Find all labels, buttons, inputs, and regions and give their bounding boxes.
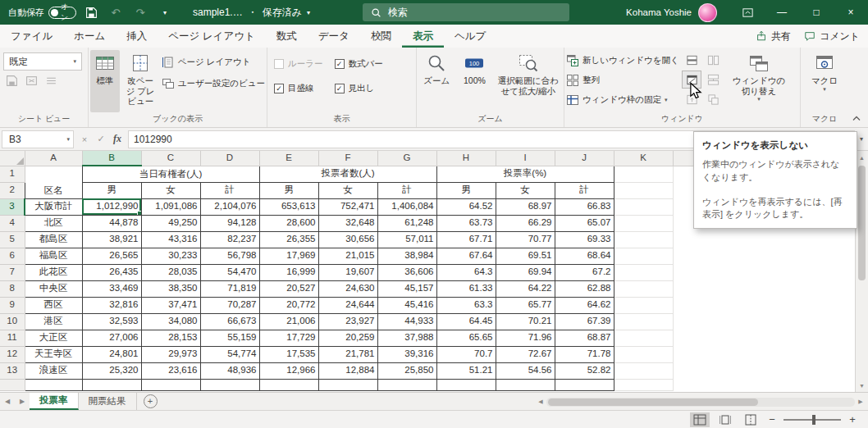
cell-G14[interactable] xyxy=(377,379,436,390)
status-normal-view-button[interactable] xyxy=(690,412,710,427)
zoom-button[interactable]: ズーム xyxy=(418,50,455,112)
cell-F13[interactable]: 12,884 xyxy=(318,362,377,379)
page-layout-view-button[interactable]: ページ レイアウト xyxy=(162,53,265,71)
cell-I12[interactable]: 72.67 xyxy=(496,346,555,362)
cell-D14[interactable] xyxy=(200,379,259,390)
ribbon-tab-ホーム[interactable]: ホーム xyxy=(63,25,116,48)
sheet-view-options-icon[interactable] xyxy=(45,75,58,88)
cell-K4[interactable] xyxy=(614,215,673,231)
cell-A13[interactable]: 浪速区 xyxy=(25,362,82,379)
maximize-button[interactable]: □ xyxy=(799,0,834,25)
sheet-nav-left-button[interactable]: ◀ xyxy=(0,393,15,410)
cell-I9[interactable]: 65.77 xyxy=(496,297,555,313)
cell-G2[interactable]: 計 xyxy=(377,182,436,198)
row-header-7[interactable]: 7 xyxy=(0,264,25,280)
cell-F12[interactable]: 21,781 xyxy=(318,346,377,362)
cell-E5[interactable]: 26,355 xyxy=(259,231,318,248)
user-name[interactable]: Kohama Yoshie xyxy=(626,7,692,17)
ribbon-tab-ファイル[interactable]: ファイル xyxy=(0,25,63,48)
cell-B5[interactable]: 38,921 xyxy=(82,231,141,248)
cell-C4[interactable]: 49,250 xyxy=(141,215,200,231)
cell-D3[interactable]: 2,104,076 xyxy=(200,198,259,215)
cell-C11[interactable]: 28,153 xyxy=(141,330,200,346)
column-header-D[interactable]: D xyxy=(200,151,259,166)
row-header-9[interactable]: 9 xyxy=(0,297,25,313)
cell-A12[interactable]: 天王寺区 xyxy=(25,346,82,362)
cell-B10[interactable]: 32,593 xyxy=(82,313,141,330)
cell-J9[interactable]: 64.62 xyxy=(555,297,614,313)
cell-E2[interactable]: 男 xyxy=(259,182,318,198)
cell-I8[interactable]: 64.22 xyxy=(496,280,555,297)
cell-G6[interactable]: 38,984 xyxy=(377,248,436,264)
cell-E1[interactable]: 投票者数(人) xyxy=(259,166,436,182)
column-header-H[interactable]: H xyxy=(436,151,496,166)
checkbox-headings[interactable]: ✓見出し xyxy=(335,81,383,96)
freeze-panes-button[interactable]: ウィンドウ枠の固定 ▾ xyxy=(566,91,679,109)
column-header-J[interactable]: J xyxy=(555,151,614,166)
ribbon-tab-挿入[interactable]: 挿入 xyxy=(116,25,158,48)
cell-E10[interactable]: 21,006 xyxy=(259,313,318,330)
cell-H3[interactable]: 64.52 xyxy=(436,198,496,215)
cell-F5[interactable]: 30,656 xyxy=(318,231,377,248)
cell-G7[interactable]: 36,606 xyxy=(377,264,436,280)
cell-C10[interactable]: 34,080 xyxy=(141,313,200,330)
cell-D4[interactable]: 94,128 xyxy=(200,215,259,231)
column-header-F[interactable]: F xyxy=(318,151,377,166)
new-sheet-button[interactable]: + xyxy=(144,394,158,408)
zoom-in-button[interactable]: + xyxy=(847,413,858,426)
cell-K7[interactable] xyxy=(614,264,673,280)
synchronous-scrolling-button[interactable] xyxy=(704,71,722,88)
cell-B7[interactable]: 26,435 xyxy=(82,264,141,280)
cell-J11[interactable]: 68.87 xyxy=(555,330,614,346)
cell-A14[interactable] xyxy=(25,379,82,390)
cell-F11[interactable]: 20,259 xyxy=(318,330,377,346)
cell-J8[interactable]: 62.88 xyxy=(555,280,614,297)
cell-E11[interactable]: 17,729 xyxy=(259,330,318,346)
cell-K14[interactable] xyxy=(614,379,673,390)
cell-K12[interactable] xyxy=(614,346,673,362)
cell-F6[interactable]: 21,015 xyxy=(318,248,377,264)
cell-J14[interactable] xyxy=(555,379,614,390)
cell-K1[interactable] xyxy=(614,166,673,182)
cell-G12[interactable]: 39,316 xyxy=(377,346,436,362)
row-header-10[interactable]: 10 xyxy=(0,313,25,330)
column-header-B[interactable]: B xyxy=(82,151,141,166)
cell-C12[interactable]: 29,973 xyxy=(141,346,200,362)
search-box[interactable]: 検索 xyxy=(363,3,569,21)
cell-E13[interactable]: 12,966 xyxy=(259,362,318,379)
hscroll-thumb[interactable] xyxy=(548,398,758,406)
cell-F4[interactable]: 32,648 xyxy=(318,215,377,231)
cell-I7[interactable]: 69.94 xyxy=(496,264,555,280)
cell-F9[interactable]: 24,644 xyxy=(318,297,377,313)
cell-H10[interactable]: 64.45 xyxy=(436,313,496,330)
status-page-layout-button[interactable] xyxy=(715,412,735,427)
qat-customize-button[interactable]: ▾ xyxy=(155,2,175,22)
switch-windows-button[interactable]: ウィンドウの切り替え ▾ xyxy=(725,50,793,112)
zoom-slider[interactable] xyxy=(783,419,841,421)
ribbon-tab-ヘルプ[interactable]: ヘルプ xyxy=(444,25,496,48)
cell-B6[interactable]: 26,565 xyxy=(82,248,141,264)
cell-K13[interactable] xyxy=(614,362,673,379)
cell-G8[interactable]: 45,157 xyxy=(377,280,436,297)
cell-H1[interactable]: 投票率(%) xyxy=(436,166,614,182)
cell-B3[interactable]: 1,012,990 xyxy=(82,198,141,215)
cell-J12[interactable]: 71.78 xyxy=(555,346,614,362)
select-all-button[interactable] xyxy=(0,151,25,166)
minimize-button[interactable]: — xyxy=(765,0,799,25)
cell-E7[interactable]: 16,999 xyxy=(259,264,318,280)
cell-E12[interactable]: 17,535 xyxy=(259,346,318,362)
row-header-1[interactable]: 1 xyxy=(0,166,25,182)
document-title[interactable]: sample1.… ・ 保存済み ▾ xyxy=(193,6,310,20)
cell-A5[interactable]: 都島区 xyxy=(25,231,82,248)
hscroll-left-arrow[interactable]: ◀ xyxy=(535,398,546,405)
hscroll-track[interactable] xyxy=(546,398,855,407)
cell-E8[interactable]: 20,527 xyxy=(259,280,318,297)
cell-B12[interactable]: 24,801 xyxy=(82,346,141,362)
new-window-button[interactable]: 新しいウィンドウを開く xyxy=(566,52,679,70)
cell-F8[interactable]: 24,630 xyxy=(318,280,377,297)
split-button[interactable] xyxy=(683,52,701,68)
cell-J2[interactable]: 計 xyxy=(555,182,614,198)
cell-G13[interactable]: 25,850 xyxy=(377,362,436,379)
cell-E3[interactable]: 653,613 xyxy=(259,198,318,215)
zoom-to-selection-button[interactable]: 選択範囲に合わせて拡大/縮小 xyxy=(495,50,562,112)
